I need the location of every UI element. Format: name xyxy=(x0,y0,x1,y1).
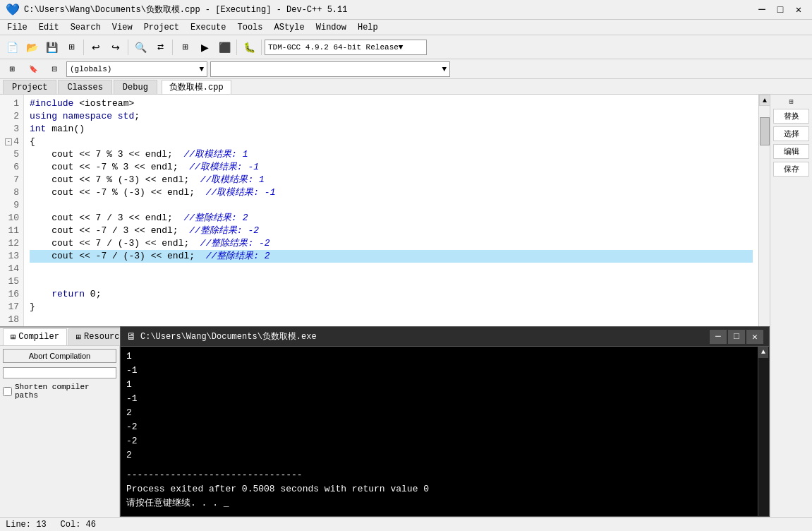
edit-button-right[interactable]: 编辑 xyxy=(773,144,809,159)
code-line-16: return 0; xyxy=(30,288,753,301)
term-line-4: -1 xyxy=(126,392,763,406)
menu-help[interactable]: Help xyxy=(352,21,384,34)
term-line-8: 2 xyxy=(126,448,763,463)
search-button[interactable]: 🔍 xyxy=(131,38,150,56)
progress-bar xyxy=(3,367,116,378)
undo-button[interactable]: ↩ xyxy=(87,38,105,56)
terminal-icon: 🖥 xyxy=(126,331,136,342)
globals-combo[interactable]: (globals) ▼ xyxy=(66,61,207,77)
abort-compilation-button[interactable]: Abort Compilation xyxy=(3,349,116,363)
terminal-close[interactable]: ✕ xyxy=(746,330,763,344)
compile-button[interactable]: ⊞ xyxy=(176,38,194,56)
terminal-scrollbar[interactable]: ▲ xyxy=(758,347,769,516)
redo-button[interactable]: ↪ xyxy=(107,38,125,56)
term-line-continue: 请按任意键继续. . . _ xyxy=(126,496,763,511)
code-line-10: cout << 7 / 3 << endl; //整除结果: 2 xyxy=(30,212,753,225)
window-title: C:\Users\Wang\Documents\负数取模.cpp - [Exec… xyxy=(24,4,347,16)
debug-button[interactable]: 🐛 xyxy=(240,38,258,56)
code-line-8: cout << -7 % (-3) << endl; //取模结果: -1 xyxy=(30,186,753,199)
stop-button[interactable]: ⬛ xyxy=(215,38,234,56)
code-line-9 xyxy=(30,199,753,212)
combo-arrow: ▼ xyxy=(199,65,204,73)
tab-classes[interactable]: Classes xyxy=(58,80,111,94)
terminal-maximize[interactable]: □ xyxy=(728,330,745,344)
tabs-row: Project Classes Debug 负数取模.cpp xyxy=(0,79,812,95)
app-icon: 💙 xyxy=(6,3,20,17)
extra-toolbar-icon: ⊞ xyxy=(773,97,809,106)
status-bar: Line: 13 Col: 46 xyxy=(0,517,812,531)
terminal-title: C:\Users\Wang\Documents\负数取模.exe xyxy=(140,330,317,342)
code-line-5: cout << 7 % 3 << endl; //取模结果: 1 xyxy=(30,148,753,161)
maximize-button[interactable]: □ xyxy=(772,2,788,18)
run-button[interactable]: ▶ xyxy=(195,38,214,56)
new-button[interactable]: 📄 xyxy=(3,38,21,56)
term-line-2: -1 xyxy=(126,364,763,378)
status-col: Col: 46 xyxy=(61,520,96,530)
code-line-6: cout << -7 % 3 << endl; //取模结果: -1 xyxy=(30,161,753,174)
menu-edit[interactable]: Edit xyxy=(33,21,65,34)
shorten-paths-checkbox[interactable] xyxy=(3,387,12,396)
line-numbers: 1 2 3 -4 5 6 7 8 9 10 11 xyxy=(0,95,24,326)
replace-button[interactable]: ⇄ xyxy=(151,38,169,56)
code-line-3: int main() xyxy=(30,123,753,136)
resources-icon: ⊞ xyxy=(76,332,81,342)
menu-bar: File Edit Search View Project Execute To… xyxy=(0,20,812,35)
select-button-right[interactable]: 选择 xyxy=(773,126,809,141)
menu-tools[interactable]: Tools xyxy=(232,21,269,34)
toolbar-2: ⊞ 🔖 ⊟ (globals) ▼ ▼ xyxy=(0,59,812,79)
code-content[interactable]: #include <iostream> using namespace std;… xyxy=(24,95,758,326)
menu-window[interactable]: Window xyxy=(310,21,352,34)
separator-5 xyxy=(261,40,262,55)
class-wizard-button[interactable]: ⊞ xyxy=(3,60,21,78)
terminal-minimize[interactable]: ─ xyxy=(710,330,727,344)
scroll-thumb[interactable] xyxy=(760,117,770,145)
menu-search[interactable]: Search xyxy=(65,21,107,34)
menu-view[interactable]: View xyxy=(107,21,138,34)
bookmark-button[interactable]: 🔖 xyxy=(24,60,42,78)
separator-4 xyxy=(236,40,237,55)
code-line-13: cout << -7 / (-3) << endl; //整除结果: 2 xyxy=(30,250,753,263)
terminal-title-bar: 🖥 C:\Users\Wang\Documents\负数取模.exe ─ □ ✕ xyxy=(121,327,769,347)
terminal-scroll-up[interactable]: ▲ xyxy=(758,347,768,358)
code-editor[interactable]: 1 2 3 -4 5 6 7 8 9 10 11 xyxy=(0,95,770,326)
menu-file[interactable]: File xyxy=(1,21,33,34)
toolbar-1: 📄 📂 💾 ⊞ ↩ ↪ 🔍 ⇄ ⊞ ▶ ⬛ 🐛 TDM-GCC 4.9.2 64… xyxy=(0,35,812,59)
fold-icon-4[interactable]: - xyxy=(5,138,12,145)
term-line-7: -2 xyxy=(126,434,763,448)
separator-1 xyxy=(83,40,84,55)
open-button[interactable]: 📂 xyxy=(23,38,41,56)
scroll-up[interactable]: ▲ xyxy=(759,95,770,106)
term-line-1: 1 xyxy=(126,350,763,364)
code-line-18 xyxy=(30,314,753,326)
menu-astyle[interactable]: AStyle xyxy=(269,21,310,34)
save-button[interactable]: 💾 xyxy=(42,38,61,56)
code-line-1: #include <iostream> xyxy=(30,97,753,110)
compiler-dropdown[interactable]: TDM-GCC 4.9.2 64-bit Release ▼ xyxy=(265,40,427,55)
save-all-button[interactable]: ⊞ xyxy=(62,38,80,56)
status-line: Line: 13 xyxy=(6,520,47,530)
title-bar: 💙 C:\Users\Wang\Documents\负数取模.cpp - [Ex… xyxy=(0,0,812,20)
menu-project[interactable]: Project xyxy=(138,21,185,34)
menu-execute[interactable]: Execute xyxy=(185,21,231,34)
term-line-process: Process exited after 0.5008 seconds with… xyxy=(126,482,763,496)
compiler-left-panel: Abort Compilation Shorten compiler paths xyxy=(0,346,120,531)
term-line-5: 2 xyxy=(126,406,763,420)
tab-compiler[interactable]: ⊞ Compiler xyxy=(3,328,67,345)
code-line-11: cout << -7 / 3 << endl; //整除结果: -2 xyxy=(30,225,753,237)
term-line-separator: -------------------------------- xyxy=(126,468,763,482)
term-line-6: -2 xyxy=(126,420,763,434)
combo2-arrow: ▼ xyxy=(442,65,447,73)
editor-scrollbar[interactable]: ▲ xyxy=(758,95,770,326)
minimize-button[interactable]: ─ xyxy=(754,2,770,18)
second-combo[interactable]: ▼ xyxy=(210,61,450,77)
code-line-14 xyxy=(30,263,753,275)
close-button[interactable]: ✕ xyxy=(791,2,806,18)
toggle-button[interactable]: ⊟ xyxy=(45,60,63,78)
replace-button-right[interactable]: 替换 xyxy=(773,109,809,124)
terminal-window: 🖥 C:\Users\Wang\Documents\负数取模.exe ─ □ ✕… xyxy=(120,326,770,517)
save-button-right[interactable]: 保存 xyxy=(773,162,809,177)
term-line-3: 1 xyxy=(126,378,763,392)
tab-debug[interactable]: Debug xyxy=(114,80,157,94)
tab-project[interactable]: Project xyxy=(3,80,56,94)
tab-file[interactable]: 负数取模.cpp xyxy=(162,80,231,94)
